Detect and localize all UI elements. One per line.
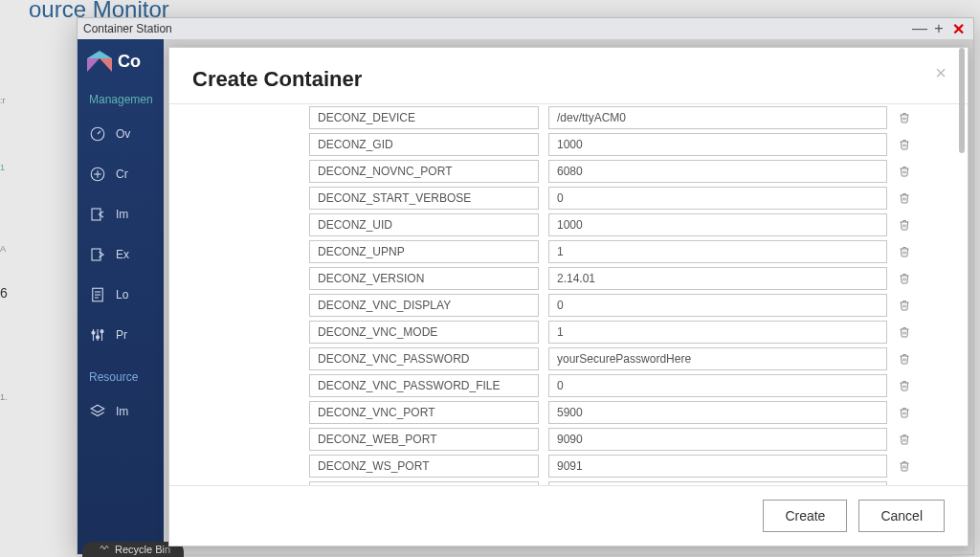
sidebar-section-resource: Resource: [78, 355, 164, 391]
modal-body: [169, 104, 968, 485]
svg-marker-17: [91, 405, 104, 412]
sidebar-item-label: Lo: [116, 288, 128, 301]
trash-icon[interactable]: [897, 165, 912, 178]
env-row: [309, 106, 950, 129]
env-value-input[interactable]: [548, 106, 887, 129]
modal-title: Create Container ×: [169, 48, 968, 104]
env-row: [309, 294, 950, 317]
env-value-input[interactable]: [548, 160, 887, 183]
sidebar-item-preferences[interactable]: Pr: [78, 315, 164, 355]
svg-point-14: [92, 331, 95, 334]
env-value-input[interactable]: [548, 374, 887, 397]
sidebar-item-logs[interactable]: Lo: [78, 275, 164, 315]
env-key-input[interactable]: [309, 428, 539, 451]
env-value-input[interactable]: [548, 455, 887, 478]
sidebar-item-label: Ov: [116, 127, 130, 141]
env-value-input[interactable]: [548, 294, 887, 317]
env-row: [309, 374, 950, 397]
trash-icon[interactable]: [897, 459, 912, 473]
logo-text: Co: [118, 52, 141, 72]
env-row: [309, 321, 950, 344]
env-row: [309, 213, 950, 236]
trash-icon[interactable]: [897, 379, 912, 392]
env-key-input[interactable]: [309, 294, 539, 317]
env-row: [309, 455, 950, 478]
env-value-input[interactable]: [548, 267, 887, 290]
env-row: [309, 347, 950, 370]
sidebar-item-label: Ex: [116, 248, 129, 261]
env-value-input[interactable]: [548, 401, 887, 424]
env-value-input[interactable]: [548, 428, 887, 451]
env-row: [309, 160, 950, 183]
svg-point-15: [97, 336, 100, 339]
env-key-input[interactable]: [309, 401, 539, 424]
env-value-input[interactable]: [548, 187, 887, 210]
document-icon: [89, 286, 106, 303]
sidebar-item-create[interactable]: Cr: [78, 154, 164, 194]
export-icon: [89, 246, 106, 263]
window-title-text: Container Station: [83, 22, 172, 35]
titlebar[interactable]: Container Station — + ✕: [78, 18, 973, 39]
env-value-input[interactable]: [548, 347, 887, 370]
trash-icon[interactable]: [897, 325, 912, 339]
sidebar-section-management: Managemen: [78, 85, 164, 114]
sidebar-item-import[interactable]: Im: [78, 194, 164, 234]
trash-icon[interactable]: [897, 245, 912, 258]
env-row: [309, 428, 950, 451]
env-value-input[interactable]: [548, 321, 887, 344]
trash-icon[interactable]: [897, 299, 912, 312]
env-key-input[interactable]: [309, 374, 539, 397]
maximize-icon[interactable]: +: [929, 19, 948, 38]
sidebar-item-overview[interactable]: Ov: [78, 114, 164, 154]
stack-icon: [89, 403, 106, 420]
import-icon: [89, 206, 106, 223]
sliders-icon: [89, 326, 106, 344]
env-key-input[interactable]: [309, 160, 539, 183]
env-value-input[interactable]: [548, 240, 887, 263]
trash-icon[interactable]: [897, 111, 912, 124]
sidebar: Co Managemen Ov Cr Im Ex Lo: [78, 39, 164, 554]
env-row: [309, 240, 950, 263]
sidebar-item-export[interactable]: Ex: [78, 234, 164, 275]
create-button[interactable]: Create: [763, 500, 847, 532]
svg-rect-6: [92, 249, 100, 260]
sidebar-item-label: Im: [116, 208, 128, 221]
env-key-input[interactable]: [309, 133, 539, 156]
env-key-input[interactable]: [309, 321, 539, 344]
modal-close-button[interactable]: ×: [929, 61, 952, 85]
trash-icon[interactable]: [897, 191, 912, 205]
trash-icon[interactable]: [897, 352, 912, 366]
env-row: [309, 187, 950, 210]
sidebar-item-label: Cr: [116, 167, 128, 181]
svg-line-1: [98, 131, 100, 134]
env-key-input[interactable]: [309, 267, 539, 290]
env-key-input[interactable]: [309, 106, 539, 129]
app-logo: Co: [78, 51, 164, 85]
app-window: Container Station — + ✕ Co Managemen Ov …: [77, 17, 974, 555]
logo-cube-icon: [87, 51, 112, 72]
minimize-icon[interactable]: —: [910, 19, 929, 38]
trash-icon[interactable]: [897, 138, 912, 151]
trash-icon[interactable]: [897, 406, 912, 419]
env-value-input[interactable]: [548, 133, 887, 156]
env-key-input[interactable]: [309, 213, 539, 236]
env-row: [309, 401, 950, 424]
svg-point-16: [100, 330, 103, 333]
gauge-icon: [89, 125, 106, 143]
sidebar-item-images[interactable]: Im: [78, 391, 164, 432]
scrollbar[interactable]: [952, 104, 966, 485]
env-value-input[interactable]: [548, 213, 887, 236]
env-key-input[interactable]: [309, 187, 539, 210]
plus-circle-icon: [89, 166, 106, 183]
cancel-button[interactable]: Cancel: [858, 500, 945, 532]
trash-icon[interactable]: [897, 218, 912, 232]
close-icon[interactable]: ✕: [948, 19, 968, 38]
trash-icon[interactable]: [897, 433, 912, 446]
env-key-input[interactable]: [309, 240, 539, 263]
scrollbar-thumb: [959, 104, 965, 153]
trash-icon[interactable]: [897, 272, 912, 285]
env-key-input[interactable]: [309, 347, 539, 370]
bg-rulers: :r 1 A 6 1.: [0, 57, 11, 557]
env-key-input[interactable]: [309, 455, 539, 478]
create-container-modal: Create Container × Create Cancel: [168, 47, 969, 546]
